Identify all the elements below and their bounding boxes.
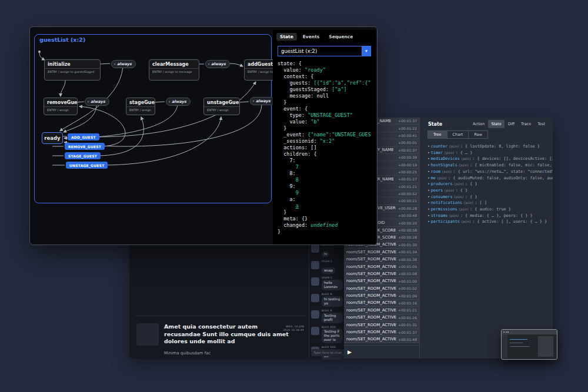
mini-preview-window[interactable] (501, 329, 557, 360)
chat-thread-item: USER-1 hello Lorenzo (311, 276, 343, 290)
action-list-item[interactable]: room/SET_ROOM_ACTIVE_SPEAKER +00:01:31 (344, 321, 419, 329)
action-list-item[interactable]: room/SET_ROOM_ACTIVE_SPEAKER +00:01:48 (344, 336, 419, 343)
play-icon[interactable]: ▶ (348, 349, 352, 355)
state-detail-pane: State ActionStateDiffTraceTest TreeChart… (420, 118, 553, 359)
state-tree-row[interactable]: ▶room(pin): { url: "wss://netu…", state:… (428, 169, 553, 175)
state-tree-row[interactable]: ▶permissions(pin): { audio: true } (428, 206, 553, 213)
statechart-canvas[interactable]: guestList (x:2) initialize ENTRY / assig… (30, 27, 273, 244)
json-key (278, 177, 296, 183)
state-tree-row[interactable]: ▶hostSignals(pin): { micEnabled: false, … (428, 162, 553, 169)
expand-arrow-icon[interactable]: ▶ (428, 163, 430, 166)
always-transition-pill[interactable]: ⚡ always (166, 98, 191, 106)
action-list-item[interactable]: room/SET_ROOM_ACTIVE_SPEAKER +00:01:16 (344, 300, 419, 307)
pin-label[interactable]: (pin) (459, 207, 469, 211)
action-list-item[interactable]: room/SET_ROOM_ACTIVE_SPEAKER +00:01:09 (344, 292, 419, 299)
action-list-item[interactable]: room/SET_ROOM_ACTIVE_SPEAKER +00:01:02 (344, 285, 419, 292)
avatar (311, 327, 319, 335)
json-key: actions: (278, 145, 310, 150)
event-button[interactable]: STAGE_GUEST (65, 152, 101, 159)
expand-arrow-icon[interactable]: ▶ (428, 195, 430, 198)
state-tree-row[interactable]: ▶me(pin): { audioMuted: false, audioOnly… (428, 175, 553, 182)
state-node[interactable]: ready (42, 132, 63, 144)
state-view-subtab[interactable]: Raw (468, 130, 488, 139)
dropdown-arrow-icon[interactable]: ▾ (362, 46, 370, 56)
pin-label[interactable]: (pin) (454, 195, 464, 199)
always-transition-pill[interactable]: ⚡ always (250, 97, 273, 105)
state-node-title: removeGuest (44, 98, 77, 106)
pin-label[interactable]: (pin) (463, 201, 473, 205)
pin-label[interactable]: (pin) (437, 176, 447, 180)
pin-label[interactable]: (pin) (449, 214, 459, 217)
state-tree-row[interactable]: ▶consumers(pin): { } (428, 194, 553, 200)
state-tree-row[interactable]: ▶notifications(pin): [ ] (428, 200, 553, 206)
json-value: { (313, 151, 316, 157)
expand-arrow-icon[interactable]: ▶ (428, 220, 430, 223)
action-list-item[interactable]: room/SET_ROOM_ACTIVE_SPEAKER +00:01:37 (344, 329, 419, 336)
state-node[interactable]: removeGuest ENTRY / assign (44, 98, 78, 115)
devtools-tab[interactable]: Test (534, 120, 548, 128)
event-button[interactable]: ADD_GUEST (68, 133, 99, 140)
state-view-subtab[interactable]: Tree (427, 130, 447, 139)
state-json-line: 7 (278, 164, 371, 170)
pin-label[interactable]: (pin) (454, 182, 464, 186)
expand-arrow-icon[interactable]: ▶ (428, 145, 430, 148)
inspector-tab[interactable]: Sequence (325, 33, 356, 41)
state-tree-row[interactable]: ▶streams(pin): { media: { … }, peers: { … (428, 213, 553, 219)
action-list-item[interactable]: room/SET_ROOM_ACTIVE_SPEAKER +00:01:08 (344, 270, 419, 277)
always-transition-pill[interactable]: ⚡ always (205, 60, 230, 68)
pin-label[interactable]: (pin) (459, 163, 469, 167)
always-transition-pill[interactable]: ⚡ always (111, 60, 136, 68)
expand-arrow-icon[interactable]: ▶ (428, 207, 430, 210)
event-button[interactable]: REMOVE_GUEST (65, 143, 105, 150)
state-node[interactable]: addGuest ENTRY / assign to (244, 59, 273, 81)
json-key: a: (278, 196, 296, 202)
state-tree-row[interactable]: ▶peers(pin): { } (428, 187, 553, 194)
state-tree-row[interactable]: ▶counter(pin): { lastUpdate: 0, light: f… (428, 143, 553, 150)
pin-label[interactable]: (pin) (442, 170, 452, 173)
event-button[interactable]: UNSTAGE_GUEST (66, 162, 108, 169)
state-tree-row[interactable]: ▶participants(pin): { active: [ ], users… (428, 219, 553, 225)
pin-label[interactable]: (pin) (449, 145, 459, 148)
expand-arrow-icon[interactable]: ▶ (428, 151, 430, 154)
state-json-line: meta: {} (278, 216, 371, 222)
expand-arrow-icon[interactable]: ▶ (428, 201, 430, 204)
expand-arrow-icon[interactable]: ▶ (428, 214, 430, 217)
action-list-item[interactable]: room/SET_ROOM_ACTIVE_SPEAKER +00:01:00 (344, 278, 419, 285)
state-node[interactable]: initialize ENTRY / assign to guestsStage… (44, 59, 101, 81)
expand-arrow-icon[interactable]: ▶ (428, 157, 430, 160)
pin-label[interactable]: (pin) (461, 220, 471, 223)
pin-label[interactable]: (pin) (444, 189, 454, 192)
json-value: "ready" (305, 67, 326, 73)
devtools-tab[interactable]: Diff (505, 120, 517, 128)
action-list-item[interactable]: room/SET_ROOM_ACTIVE_SPEAKER +00:01:26 (344, 314, 419, 321)
machine-title[interactable]: guestList (x:2) (39, 36, 85, 43)
devtools-tab[interactable]: State (488, 120, 504, 128)
expand-arrow-icon[interactable]: ▶ (428, 189, 430, 192)
expand-arrow-icon[interactable]: ▶ (428, 170, 430, 173)
pin-label[interactable]: (pin) (444, 151, 454, 155)
state-view-subtab[interactable]: Chart (447, 130, 469, 139)
state-node[interactable]: stageGuest ENTRY / assign (126, 98, 155, 115)
inspector-tab[interactable]: State (276, 33, 297, 41)
action-list-item[interactable]: room/SET_ROOM_ACTIVE_SPEAKER +00:01:21 (344, 307, 419, 314)
devtools-tab[interactable]: Trace (518, 120, 534, 128)
state-node[interactable]: clearMessage ENTRY / assign to message (149, 59, 199, 81)
expand-arrow-icon[interactable]: ▶ (428, 176, 430, 179)
state-tree-row[interactable]: ▶mediaDevices(pin): { devices: [], devic… (428, 156, 553, 162)
machine-select[interactable]: guestList (x:2) ▾ (278, 46, 371, 56)
action-list-item[interactable]: room/SET_ROOM_ACTIVE_SPEAKER +00:01:05 (344, 263, 419, 270)
chat-bubble: hi (322, 251, 329, 257)
always-transition-pill[interactable]: ⚡ always (85, 98, 109, 106)
json-value: "b" (310, 119, 319, 125)
pin-label[interactable]: (pin) (461, 157, 471, 160)
state-node[interactable]: unstageGuest ENTRY / assign (203, 98, 240, 115)
state-tree-row[interactable]: ▶producers(pin): { } (428, 181, 553, 187)
action-list-item[interactable]: room/SET_ROOM_ACTIVE_SPEAKER +00:01:34 (344, 249, 419, 256)
action-list-item[interactable]: room/SET_ROOM_ACTIVE_SPEAKER +00:01:38 (344, 256, 419, 263)
state-tree-row[interactable]: ▶timer(pin): { … } (428, 150, 553, 156)
devtools-tab[interactable]: Action (470, 120, 487, 128)
expand-arrow-icon[interactable]: ▶ (428, 182, 430, 185)
chat-input[interactable]: Type here to chat (311, 349, 345, 356)
chat-thread-item: ALEX R hi testing yo (311, 293, 343, 307)
inspector-tab[interactable]: Events (299, 33, 323, 41)
